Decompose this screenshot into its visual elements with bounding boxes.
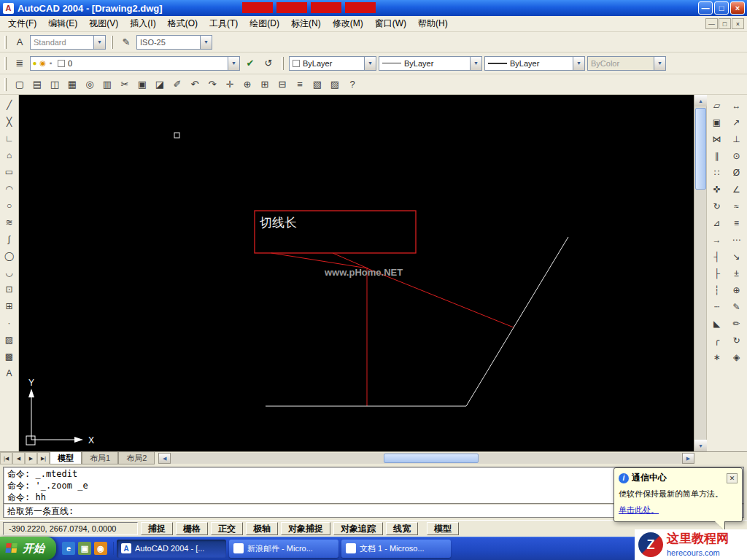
menu-item-window[interactable]: 窗口(W) [369,15,412,32]
chevron-down-icon[interactable]: ▼ [93,36,105,49]
help-icon[interactable]: ? [344,77,360,93]
toggle-grid[interactable]: 栅格 [176,522,208,535]
toolbar-grip[interactable] [282,57,284,70]
plot-icon[interactable]: ▦ [64,77,80,93]
text-style-manager-icon[interactable]: A [12,34,28,50]
dim-continue-icon[interactable]: ⋯ [729,232,744,247]
fillet-icon[interactable]: ╭ [709,332,724,348]
dim-linear-icon[interactable]: ↔ [729,98,744,113]
break-icon[interactable]: ┄ [709,299,724,314]
dimension-update-icon[interactable]: ↻ [729,332,744,348]
tab-previous-button[interactable]: ◀ [12,452,25,464]
menu-item-view[interactable]: 视图(V) [83,15,124,32]
make-object-layer-current-icon[interactable]: ✔ [242,55,258,71]
menu-item-edit[interactable]: 编辑(E) [42,15,83,32]
publish-icon[interactable]: ▥ [99,77,115,93]
internet-explorer-icon[interactable]: e [62,542,75,555]
properties-icon[interactable]: ≡ [292,77,308,93]
save-icon[interactable]: ◫ [47,77,63,93]
start-button[interactable]: 开始 [0,537,56,560]
circle-icon[interactable]: ○ [1,198,17,213]
arc-icon[interactable]: ◠ [1,181,17,196]
redo-icon[interactable]: ↷ [204,77,220,93]
multiline-text-icon[interactable]: A [1,365,17,381]
center-mark-icon[interactable]: ⊕ [729,282,744,298]
array-icon[interactable]: ∷ [709,165,724,180]
mdi-close-button[interactable]: × [732,18,744,29]
dim-style-manager-icon[interactable]: ✎ [118,34,134,50]
hatch-icon[interactable]: ▨ [1,332,17,347]
layer-previous-icon[interactable]: ↺ [260,55,276,71]
toolbar-grip[interactable] [4,57,7,70]
dim-diameter-icon[interactable]: Ø [729,165,744,180]
make-block-icon[interactable]: ⊞ [1,298,17,314]
show-desktop-icon[interactable]: ▣ [78,542,91,555]
line-icon[interactable]: ╱ [1,97,17,112]
mirror-icon[interactable]: ⋈ [709,131,724,147]
leader-line[interactable] [271,253,368,268]
toggle-snap[interactable]: 捕捉 [141,522,173,535]
quick-leader-icon[interactable]: ↘ [729,249,744,264]
balloon-close-icon[interactable]: ✕ [727,473,738,483]
designcenter-icon[interactable]: ▧ [309,77,325,93]
dim-style-icon[interactable]: ◈ [729,349,744,365]
mdi-restore-button[interactable]: □ [719,18,731,29]
tab-next-button[interactable]: ▶ [25,452,37,464]
insert-block-icon[interactable]: ⊡ [1,281,17,297]
tangent-length-label[interactable]: 切线长 [260,216,297,230]
tab-first-button[interactable]: |◀ [0,452,12,464]
menu-item-help[interactable]: 帮助(H) [412,15,454,32]
polyline-icon[interactable]: ∟ [1,131,17,146]
toolbar-grip[interactable] [111,36,113,49]
construction-line-icon[interactable]: ╳ [1,114,17,129]
dim-style-combo[interactable]: ISO-25 ▼ [136,35,212,50]
close-button[interactable]: × [730,1,745,15]
zoom-previous-icon[interactable]: ⊟ [274,77,290,93]
dim-radius-icon[interactable]: ⊙ [729,148,744,163]
erase-icon[interactable]: ▱ [709,98,724,113]
text-style-combo[interactable]: Standard ▼ [30,35,106,50]
tolerance-icon[interactable]: ± [729,265,744,281]
toolbar-grip[interactable] [4,36,7,49]
menu-item-insert[interactable]: 插入(I) [124,15,161,32]
vertical-scrollbar[interactable]: ▲ ▼ [694,95,706,451]
taskbar-task-mail[interactable]: e 新浪邮件 - Micro... [229,540,338,558]
horizontal-scrollbar[interactable]: ◀ ▶ [158,453,694,464]
revision-cloud-icon[interactable]: ≋ [1,214,17,230]
restore-button[interactable]: □ [714,1,729,15]
polygon-icon[interactable]: ⌂ [1,147,17,163]
drawing-area[interactable]: 切线长 www.pHome.NET Y X [19,95,694,451]
toggle-otrack[interactable]: 对象追踪 [333,522,383,535]
tool-palettes-icon[interactable]: ▨ [327,77,343,93]
copy-clip-icon[interactable]: ▣ [134,77,150,93]
plot-preview-icon[interactable]: ◎ [82,77,98,93]
dim-baseline-icon[interactable]: ≡ [729,215,744,230]
dim-ordinate-icon[interactable]: ⊥ [729,131,744,147]
taskbar-task-document[interactable]: W 文档 1 - Microso... [341,540,451,558]
chevron-down-icon[interactable]: ▼ [228,57,239,70]
menu-item-dimension[interactable]: 标注(N) [285,15,327,32]
undo-icon[interactable]: ↶ [187,77,203,93]
white-diagonal-line[interactable] [466,237,568,406]
color-combo[interactable]: ByLayer ▼ [289,56,376,71]
scale-icon[interactable]: ⊿ [709,215,724,230]
quick-dimension-icon[interactable]: ≈ [729,198,744,214]
menu-item-draw[interactable]: 绘图(D) [244,15,285,32]
tab-layout1[interactable]: 布局1 [82,452,118,464]
toggle-polar[interactable]: 极轴 [246,522,278,535]
cut-icon[interactable]: ✂ [117,77,133,93]
break-at-point-icon[interactable]: ┆ [709,282,724,298]
menu-item-format[interactable]: 格式(O) [162,15,204,32]
toggle-ortho[interactable]: 正交 [211,522,243,535]
rotate-icon[interactable]: ↻ [709,198,724,214]
chevron-down-icon[interactable]: ▼ [364,57,376,70]
scroll-up-icon[interactable]: ▲ [694,95,707,106]
point-icon[interactable]: ∙ [1,315,17,330]
toolbar-grip[interactable] [4,78,7,91]
media-player-icon[interactable]: ◉ [94,542,107,555]
tab-model[interactable]: 模型 [50,452,82,464]
dimension-edit-icon[interactable]: ✎ [729,299,744,314]
linetype-combo[interactable]: ByLayer ▼ [379,56,482,71]
scroll-down-icon[interactable]: ▼ [694,440,707,451]
balloon-link[interactable]: 单击此处。 [619,505,659,516]
